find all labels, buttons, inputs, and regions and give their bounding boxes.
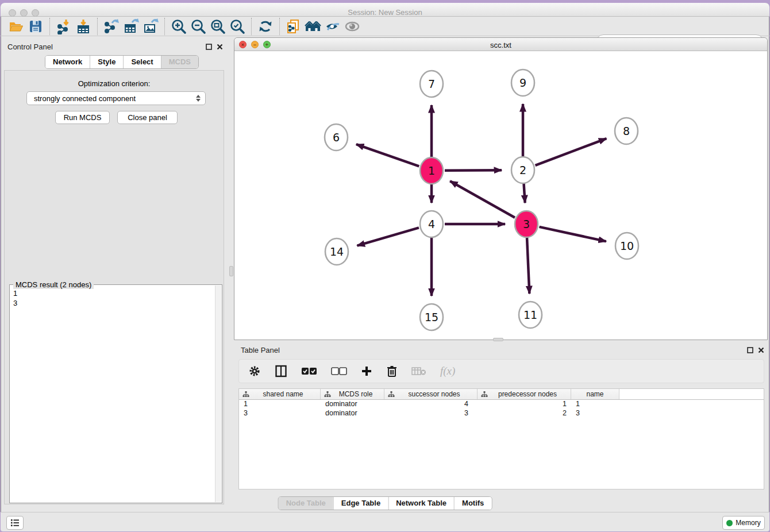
delete-column-icon[interactable] (386, 363, 398, 379)
svg-text:14: 14 (330, 245, 344, 258)
unselect-all-columns-icon[interactable] (331, 363, 347, 379)
column-header-name[interactable]: name (571, 389, 619, 399)
table-cell[interactable]: dominator (321, 409, 384, 418)
svg-text:10: 10 (620, 240, 634, 252)
control-panel: Control Panel NetworkStyleSelectMCDS Opt… (1, 38, 227, 504)
mcds-panel: Optimization criterion: strongly connect… (4, 70, 224, 504)
home-view-icon[interactable] (303, 18, 323, 35)
clone-network-icon[interactable] (284, 18, 303, 35)
table-cell[interactable]: 2 (478, 409, 571, 418)
close-table-panel-icon[interactable] (758, 345, 764, 356)
graph-node-15[interactable]: 15 (420, 304, 443, 330)
open-session-icon[interactable] (6, 18, 26, 35)
float-panel-icon[interactable] (206, 42, 212, 52)
mcds-result-list[interactable]: 13 (13, 288, 214, 502)
export-table-icon[interactable] (121, 18, 141, 35)
graph-edge-3-10[interactable] (539, 227, 606, 241)
close-panel-icon[interactable] (217, 42, 223, 52)
svg-text:2: 2 (519, 164, 526, 176)
graph-node-4[interactable]: 4 (420, 211, 443, 237)
column-header-successor-nodes[interactable]: successor nodes (384, 389, 478, 399)
graph-edge-2-8[interactable] (536, 138, 607, 165)
task-history-button[interactable] (6, 516, 24, 530)
table-cell[interactable]: dominator (321, 400, 384, 409)
horizontal-splitter-handle[interactable] (493, 338, 503, 341)
graph-edge-4-14[interactable] (357, 228, 419, 245)
table-cell[interactable]: 1 (571, 400, 619, 409)
table-cell[interactable]: 4 (384, 400, 478, 409)
vertical-splitter-handle[interactable] (229, 266, 233, 276)
table-panel-title: Table Panel (241, 345, 280, 355)
zoom-fit-icon[interactable] (208, 18, 228, 35)
graph-node-6[interactable]: 6 (325, 124, 348, 151)
graph-edge-3-11[interactable] (527, 237, 529, 294)
graph-node-3[interactable]: 3 (515, 211, 538, 237)
graph-edge-2-3[interactable] (523, 183, 525, 203)
graph-edge-1-6[interactable] (356, 144, 419, 166)
graph-node-8[interactable]: 8 (615, 118, 638, 144)
select-all-columns-icon[interactable] (301, 363, 317, 379)
graph-node-9[interactable]: 9 (511, 70, 534, 96)
memory-label: Memory (736, 519, 760, 527)
column-header-predecessor-nodes[interactable]: predecessor nodes (478, 389, 571, 399)
network-window-titlebar[interactable]: × − + scc.txt (234, 38, 767, 51)
graph-node-10[interactable]: 10 (615, 233, 638, 259)
table-row[interactable]: 1dominator411 (239, 400, 764, 409)
add-column-icon[interactable] (361, 363, 372, 379)
svg-text:7: 7 (428, 78, 435, 90)
table-header-row: shared nameMCDS rolesuccessor nodesprede… (239, 389, 764, 400)
node-table: shared nameMCDS rolesuccessor nodesprede… (238, 388, 764, 489)
table-toolbar: f(x) (238, 359, 764, 383)
column-header-MCDS-role[interactable]: MCDS role (321, 389, 384, 399)
column-label: predecessor nodes (488, 390, 567, 398)
graph-edge-3-1[interactable] (450, 181, 515, 218)
tab-node-table[interactable]: Node Table (279, 497, 333, 510)
show-panels-icon[interactable] (342, 18, 362, 35)
tab-network[interactable]: Network (45, 56, 90, 68)
memory-status-icon (726, 520, 733, 526)
table-row[interactable]: 3dominator323 (239, 409, 764, 418)
export-network-icon[interactable] (102, 18, 121, 35)
tab-mcds[interactable]: MCDS (161, 56, 198, 68)
hide-panels-icon[interactable] (323, 18, 342, 35)
table-cell[interactable]: 3 (384, 409, 478, 418)
zoom-selected-icon[interactable] (228, 18, 247, 35)
table-cell[interactable]: 1 (478, 400, 571, 409)
memory-button[interactable]: Memory (722, 516, 765, 530)
result-scrollbar[interactable] (215, 286, 221, 502)
column-label: MCDS role (331, 390, 380, 398)
refresh-layout-icon[interactable] (256, 18, 275, 35)
column-visibility-icon[interactable] (275, 363, 287, 379)
zoom-in-icon[interactable] (169, 18, 188, 35)
import-network-icon[interactable] (54, 18, 74, 35)
float-table-panel-icon[interactable] (747, 345, 753, 356)
run-mcds-button[interactable]: Run MCDS (55, 111, 110, 124)
close-panel-button[interactable]: Close panel (117, 111, 178, 124)
graph-edge-1-2[interactable] (445, 170, 502, 171)
zoom-out-icon[interactable] (188, 18, 208, 35)
table-settings-icon[interactable] (248, 363, 261, 379)
column-header-shared-name[interactable]: shared name (239, 389, 321, 399)
export-image-icon[interactable] (141, 18, 160, 35)
main-titlebar: Session: New Session (1, 3, 769, 17)
graph-node-14[interactable]: 14 (325, 238, 348, 265)
graph-node-1[interactable]: 1 (420, 157, 443, 184)
tab-style[interactable]: Style (90, 56, 123, 68)
tab-motifs[interactable]: Motifs (454, 497, 491, 510)
tab-edge-table[interactable]: Edge Table (333, 497, 388, 510)
tab-select[interactable]: Select (123, 56, 160, 68)
save-session-icon[interactable] (26, 18, 45, 35)
column-label: successor nodes (395, 390, 473, 398)
network-graph[interactable]: 1234678910111415 (234, 51, 767, 340)
tab-network-table[interactable]: Network Table (388, 497, 454, 510)
graph-node-2[interactable]: 2 (511, 157, 534, 183)
optimization-criterion-dropdown[interactable]: strongly connected component (26, 91, 206, 105)
table-cell[interactable]: 1 (239, 400, 321, 409)
import-table-icon[interactable] (74, 18, 93, 35)
graph-node-11[interactable]: 11 (519, 302, 542, 328)
network-canvas[interactable]: 1234678910111415 (234, 51, 767, 340)
graph-node-7[interactable]: 7 (420, 71, 443, 97)
tree-icon (481, 391, 488, 398)
table-cell[interactable]: 3 (571, 409, 619, 418)
table-cell[interactable]: 3 (239, 409, 321, 418)
